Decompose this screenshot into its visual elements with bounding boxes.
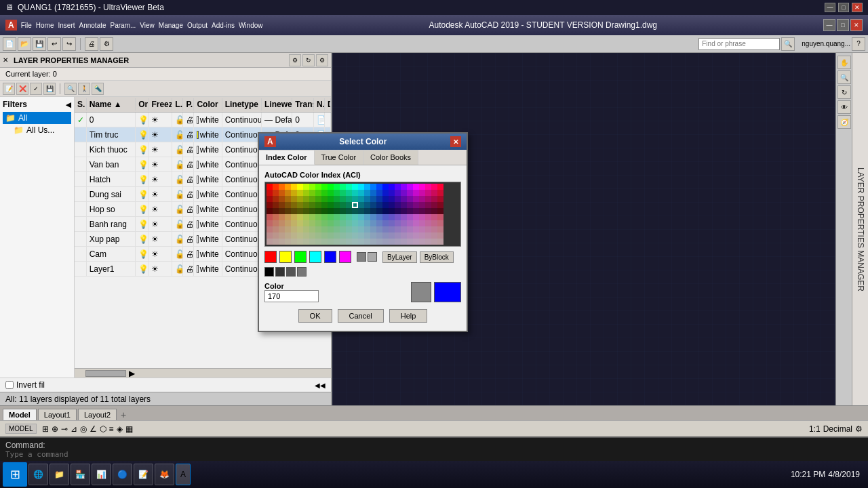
color-cell[interactable] [291, 196, 297, 202]
layer-7-lock[interactable]: 🔓 [172, 217, 183, 231]
color-cell[interactable] [297, 202, 303, 208]
color-cell[interactable] [407, 226, 413, 232]
color-cell[interactable] [376, 239, 382, 245]
color-cell[interactable] [376, 184, 382, 190]
color-cell[interactable] [273, 232, 279, 239]
invert-filter-checkbox[interactable] [5, 381, 14, 389]
color-cell[interactable] [279, 226, 285, 232]
layer-0-color[interactable]: white [194, 113, 222, 127]
layer-10-linetype[interactable]: Continuous [222, 262, 262, 276]
color-cell[interactable] [352, 220, 358, 226]
layer-10-lock[interactable]: 🔓 [172, 262, 183, 276]
layer-7-plot[interactable]: 🖨 [183, 217, 194, 231]
color-cell[interactable] [297, 239, 303, 245]
color-cell[interactable] [437, 196, 443, 202]
color-cell[interactable] [376, 196, 382, 202]
color-cell[interactable] [334, 239, 340, 245]
color-cell[interactable] [321, 190, 328, 196]
layer-state-btn[interactable]: 💾 [43, 83, 56, 95]
color-cell[interactable] [321, 184, 328, 190]
tab-layout1[interactable]: Layout1 [38, 409, 77, 420]
color-cell[interactable] [297, 184, 303, 190]
color-cell[interactable] [382, 239, 389, 245]
taskbar-autocad[interactable]: A [176, 464, 191, 485]
layer-4-color[interactable]: white [194, 172, 222, 186]
color-cell[interactable] [346, 202, 352, 208]
color-cell[interactable] [358, 184, 364, 190]
layer-9-on[interactable]: 💡 [136, 247, 149, 261]
color-cell[interactable] [309, 202, 315, 208]
color-cell[interactable] [431, 220, 437, 226]
isolate-btn[interactable]: 🔦 [92, 83, 104, 95]
color-cell[interactable] [358, 196, 364, 202]
layer-3-color[interactable]: white [194, 157, 222, 171]
filter-toggle-btn[interactable]: 🔍 [64, 83, 77, 95]
color-cell[interactable] [401, 184, 407, 190]
color-cell[interactable] [401, 220, 407, 226]
byblock-btn[interactable]: ByBlock [420, 251, 454, 263]
layer-9-freeze[interactable]: ☀ [149, 247, 172, 261]
color-cell[interactable] [431, 202, 437, 208]
color-cell[interactable] [376, 202, 382, 208]
scroll-right-btn[interactable]: ▶ [129, 369, 135, 378]
color-cell[interactable] [370, 220, 376, 226]
color-cell[interactable] [425, 232, 431, 239]
layer-5-lock[interactable]: 🔓 [172, 187, 183, 201]
color-cell[interactable] [425, 184, 431, 190]
layer-1-plot[interactable]: 🖨 [183, 127, 194, 142]
color-cell[interactable] [279, 232, 285, 239]
color-cell[interactable] [382, 232, 389, 239]
color-cell[interactable] [407, 202, 413, 208]
color-cell[interactable] [395, 214, 401, 220]
swatch-gray2[interactable] [368, 252, 377, 262]
layer-2-on[interactable]: 💡 [136, 142, 149, 157]
color-cell[interactable] [413, 202, 419, 208]
color-cell[interactable] [328, 220, 334, 226]
lwt-icon[interactable]: ≡ [109, 424, 114, 434]
color-cell[interactable] [376, 226, 382, 232]
color-cell[interactable] [401, 239, 407, 245]
autocad-menu-home[interactable]: Home [36, 22, 54, 29]
color-cell[interactable] [413, 184, 419, 190]
color-cell[interactable] [346, 232, 352, 239]
color-cell[interactable] [370, 232, 376, 239]
color-cell[interactable] [437, 226, 443, 232]
ortho-icon[interactable]: ⊸ [61, 424, 68, 434]
maximize-button[interactable]: □ [838, 3, 849, 12]
color-cell[interactable] [309, 220, 315, 226]
layer-5-freeze[interactable]: ☀ [149, 187, 172, 201]
color-cell[interactable] [364, 226, 370, 232]
swatch-gray1[interactable] [357, 252, 366, 262]
color-cell[interactable] [382, 184, 389, 190]
swatch-red[interactable] [264, 251, 277, 263]
color-cell[interactable] [395, 239, 401, 245]
color-cell[interactable] [413, 214, 419, 220]
color-cell[interactable] [309, 239, 315, 245]
tab-layout2[interactable]: Layout2 [78, 409, 117, 420]
swatch-medgray[interactable] [286, 267, 296, 277]
color-cell[interactable] [425, 220, 431, 226]
color-cell[interactable] [315, 184, 321, 190]
color-cell[interactable] [321, 214, 328, 220]
delete-layer-btn[interactable]: ❌ [16, 83, 28, 95]
color-cell[interactable] [382, 202, 389, 208]
color-cell[interactable] [437, 184, 443, 190]
color-cell[interactable] [291, 232, 297, 239]
color-cell[interactable] [279, 220, 285, 226]
color-cell[interactable] [370, 190, 376, 196]
layer-2-color[interactable]: white [194, 142, 222, 157]
color-cell[interactable] [407, 232, 413, 239]
color-cell[interactable] [340, 214, 346, 220]
layer-6-freeze[interactable]: ☀ [149, 202, 172, 216]
color-cell[interactable] [352, 232, 358, 239]
color-cell[interactable] [340, 190, 346, 196]
autocad-menu-manage[interactable]: Manage [159, 22, 183, 29]
panel-close-icon[interactable]: ✕ [3, 56, 8, 64]
layer-4-freeze[interactable]: ☀ [149, 172, 172, 186]
color-cell[interactable] [389, 184, 395, 190]
tab-index-color[interactable]: Index Color [259, 150, 315, 165]
layer-1-lock[interactable]: 🔓 [172, 127, 183, 142]
color-cell[interactable] [291, 202, 297, 208]
color-cell[interactable] [291, 226, 297, 232]
color-cell[interactable] [425, 239, 431, 245]
